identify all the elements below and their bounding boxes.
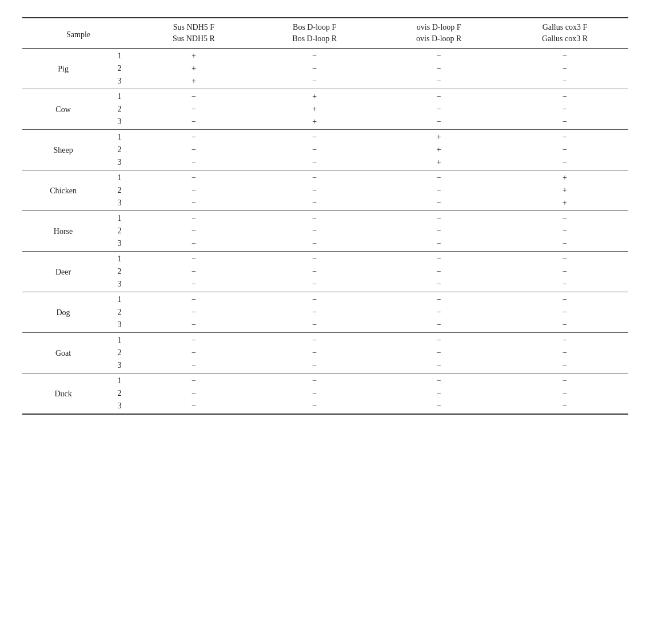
- table-row: 3−−+−: [22, 156, 628, 170]
- table-row: 3−−−−: [22, 319, 628, 333]
- sample-number: 3: [105, 359, 135, 373]
- gallus-result: −: [501, 62, 628, 75]
- bos-result: −: [253, 387, 376, 400]
- ovis-result: −: [376, 184, 501, 197]
- animal-name: Chicken: [22, 170, 105, 211]
- ovis-result: −: [376, 225, 501, 237]
- table-row: Sheep1−−+−: [22, 130, 628, 144]
- bos-result: +: [253, 103, 376, 116]
- sus-result: −: [135, 306, 253, 319]
- table-row: 2−−−−: [22, 347, 628, 359]
- table-row: 3−−−−: [22, 237, 628, 252]
- ovis-result: −: [376, 252, 501, 266]
- bos-result: −: [253, 319, 376, 333]
- gallus-result: −: [501, 75, 628, 89]
- gallus-result: −: [501, 49, 628, 63]
- ovis-result: +: [376, 144, 501, 156]
- sample-number: 1: [105, 333, 135, 347]
- bos-result: −: [253, 62, 376, 75]
- sample-number: 1: [105, 89, 135, 104]
- table-row: Goat1−−−−: [22, 333, 628, 347]
- sus-result: +: [135, 49, 253, 63]
- ovis-result: −: [376, 319, 501, 333]
- sample-number: 1: [105, 170, 135, 185]
- bos-result: −: [253, 170, 376, 185]
- sample-number: 3: [105, 116, 135, 130]
- sus-result: −: [135, 319, 253, 333]
- sus-result: −: [135, 130, 253, 144]
- sus-result: +: [135, 62, 253, 75]
- ovis-result: −: [376, 116, 501, 130]
- bos-result: −: [253, 333, 376, 347]
- table-row: Duck1−−−−: [22, 373, 628, 388]
- bos-result: −: [253, 130, 376, 144]
- bos-result: −: [253, 292, 376, 307]
- gallus-result: −: [501, 319, 628, 333]
- animal-name: Goat: [22, 333, 105, 373]
- ovis-result: −: [376, 306, 501, 319]
- table-row: 3−−−−: [22, 278, 628, 292]
- gallus-result: −: [501, 347, 628, 359]
- gallus-result: −: [501, 333, 628, 347]
- gallus-result: −: [501, 156, 628, 170]
- bos-result: −: [253, 211, 376, 225]
- sus-header-f: Sus NDH5 F: [135, 18, 253, 33]
- bos-result: −: [253, 400, 376, 414]
- ovis-result: +: [376, 156, 501, 170]
- ovis-header-r: ovis D-loop R: [376, 33, 501, 49]
- sample-number: 2: [105, 225, 135, 237]
- sample-number: 3: [105, 278, 135, 292]
- sample-number: 1: [105, 292, 135, 307]
- table-row: 2−−−−: [22, 265, 628, 278]
- animal-name: Sheep: [22, 130, 105, 170]
- ovis-result: −: [376, 49, 501, 63]
- sample-number: 1: [105, 130, 135, 144]
- sus-result: −: [135, 197, 253, 211]
- bos-result: −: [253, 359, 376, 373]
- gallus-result: −: [501, 400, 628, 414]
- gallus-result: −: [501, 252, 628, 266]
- bos-result: −: [253, 49, 376, 63]
- results-table: Sample Sus NDH5 F Bos D-loop F ovis D-lo…: [22, 17, 628, 415]
- ovis-result: −: [376, 265, 501, 278]
- sample-header: Sample: [22, 18, 135, 49]
- sus-result: −: [135, 278, 253, 292]
- sample-number: 1: [105, 252, 135, 266]
- sus-result: −: [135, 359, 253, 373]
- gallus-result: −: [501, 373, 628, 388]
- table-row: 2−−−−: [22, 225, 628, 237]
- sample-number: 2: [105, 184, 135, 197]
- sample-number: 1: [105, 211, 135, 225]
- sus-result: −: [135, 103, 253, 116]
- bos-result: −: [253, 237, 376, 252]
- ovis-result: −: [376, 387, 501, 400]
- bos-result: −: [253, 252, 376, 266]
- gallus-result: −: [501, 237, 628, 252]
- ovis-result: −: [376, 333, 501, 347]
- sample-number: 3: [105, 319, 135, 333]
- gallus-result: −: [501, 103, 628, 116]
- sample-number: 1: [105, 49, 135, 63]
- table-wrapper: Sample Sus NDH5 F Bos D-loop F ovis D-lo…: [22, 17, 628, 415]
- sample-number: 2: [105, 103, 135, 116]
- table-row: Chicken1−−−+: [22, 170, 628, 185]
- table-body: Pig1+−−−2+−−−3+−−−Cow1−+−−2−+−−3−+−−Shee…: [22, 49, 628, 415]
- gallus-header-r: Gallus cox3 R: [501, 33, 628, 49]
- sample-number: 2: [105, 144, 135, 156]
- bos-result: −: [253, 144, 376, 156]
- gallus-result: −: [501, 387, 628, 400]
- sus-result: −: [135, 116, 253, 130]
- sample-number: 3: [105, 156, 135, 170]
- table-row: 3+−−−: [22, 75, 628, 89]
- sus-result: −: [135, 184, 253, 197]
- ovis-result: −: [376, 62, 501, 75]
- gallus-result: −: [501, 211, 628, 225]
- ovis-result: −: [376, 170, 501, 185]
- sus-result: −: [135, 156, 253, 170]
- sus-header-r: Sus NDH5 R: [135, 33, 253, 49]
- table-row: 2−−−−: [22, 306, 628, 319]
- bos-result: −: [253, 373, 376, 388]
- bos-result: −: [253, 225, 376, 237]
- table-row: Cow1−+−−: [22, 89, 628, 104]
- table-row: 2−+−−: [22, 103, 628, 116]
